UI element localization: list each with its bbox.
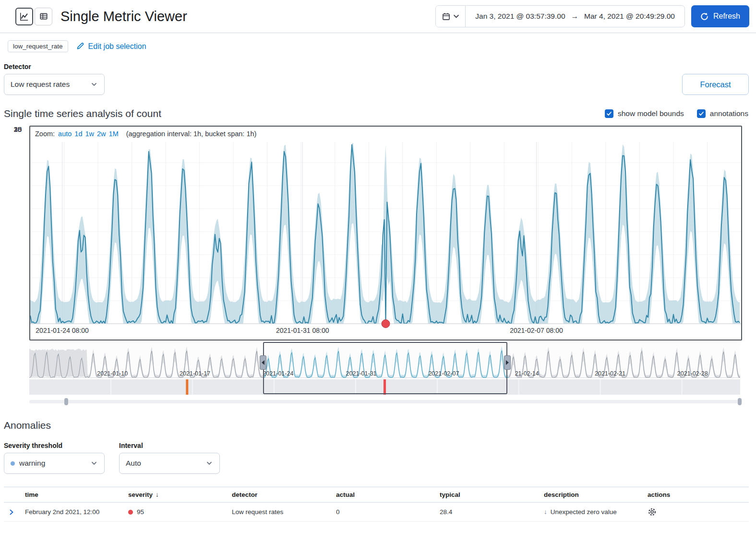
context-chart[interactable]: 2021-01-102021-01-172021-01-242021-01-31…	[29, 342, 740, 396]
checkbox-checked-icon	[605, 109, 613, 118]
zoom-label: Zoom:	[35, 130, 55, 138]
severity-threshold-label: Severity threshold	[4, 442, 105, 449]
severity-critical-dot	[128, 510, 133, 515]
anomalies-table: time severity ↓ detector actual typical …	[4, 487, 749, 522]
context-chart-area: 2021-01-102021-01-172021-01-242021-01-31…	[29, 342, 742, 396]
zoom-controls: Zoom: auto1d1w2w1M (aggregation interval…	[30, 127, 741, 139]
main-chart-panel: Zoom: auto1d1w2w1M (aggregation interval…	[29, 126, 742, 340]
svg-text:2021-02-07: 2021-02-07	[428, 370, 459, 377]
anomaly-detector: Low request rates	[228, 508, 332, 516]
arrow-down-icon: ↓	[544, 508, 547, 516]
line-chart-icon	[20, 12, 29, 21]
refresh-label: Refresh	[713, 12, 740, 21]
scrollbar-track[interactable]	[29, 400, 742, 403]
svg-text:2021-01-31: 2021-01-31	[346, 370, 377, 377]
anomaly-typical: 28.4	[436, 508, 540, 516]
chart-view-button[interactable]	[15, 8, 33, 25]
col-detector: detector	[228, 491, 332, 498]
col-actual: actual	[332, 491, 436, 498]
anomaly-severity: 95	[124, 508, 228, 516]
detector-row: Detector Low request rates Forecast	[0, 58, 756, 95]
show-model-bounds-label: show model bounds	[618, 109, 684, 118]
anomaly-table-row: February 2nd 2021, 12:00 95 Low request …	[4, 503, 749, 522]
expand-row-button[interactable]	[8, 508, 15, 516]
selection-handle-right[interactable]	[504, 355, 511, 370]
chevron-right-icon	[8, 508, 15, 516]
single-metric-viewer-page: Single Metric Viewer Jan 3, 2021 @ 03:57…	[0, 0, 756, 540]
checkbox-checked-icon	[697, 109, 706, 118]
date-arrow-icon: →	[571, 12, 579, 21]
date-range-picker: Jan 3, 2021 @ 03:57:39.00 → Mar 4, 2021 …	[435, 5, 685, 27]
annotations-label: annotations	[710, 109, 748, 118]
handle-arrow-right-icon	[506, 360, 509, 365]
sort-descending-icon: ↓	[156, 491, 159, 498]
start-date[interactable]: Jan 3, 2021 @ 03:57:39.00	[475, 12, 565, 21]
svg-text:2021-01-24 08:00: 2021-01-24 08:00	[36, 327, 89, 334]
y-axis-label: 35	[5, 126, 22, 133]
header-right: Jan 3, 2021 @ 03:57:39.00 → Mar 4, 2021 …	[435, 5, 749, 27]
anomaly-description: ↓ Unexpected zero value	[540, 508, 644, 516]
chevron-down-icon	[90, 81, 98, 88]
chevron-down-icon	[454, 14, 459, 18]
col-description: description	[540, 491, 644, 498]
job-selection-row: low_request_rate Edit job selection	[0, 33, 756, 58]
detector-select[interactable]: Low request rates	[4, 74, 105, 95]
context-scrollbar[interactable]	[29, 398, 742, 405]
anomalies-title: Anomalies	[4, 420, 749, 431]
col-actions: actions	[644, 491, 749, 498]
table-icon	[39, 12, 48, 21]
detector-selected-value: Low request rates	[11, 80, 90, 89]
selection-handle-left[interactable]	[260, 355, 266, 370]
svg-text:21-02-14: 21-02-14	[515, 370, 539, 377]
forecast-button[interactable]: Forecast	[682, 74, 749, 95]
date-range-display: Jan 3, 2021 @ 03:57:39.00 → Mar 4, 2021 …	[466, 12, 684, 21]
show-model-bounds-checkbox[interactable]: show model bounds	[605, 109, 684, 118]
pencil-icon	[76, 42, 84, 50]
aggregation-note: (aggregation interval: 1h, bucket span: …	[126, 130, 257, 138]
interval-label: Interval	[119, 442, 220, 449]
severity-warning-dot	[11, 461, 15, 466]
col-typical: typical	[436, 491, 540, 498]
row-actions-button[interactable]	[648, 507, 657, 517]
svg-text:2021-01-17: 2021-01-17	[180, 370, 210, 377]
calendar-icon	[442, 12, 450, 21]
interval-select[interactable]: Auto	[119, 453, 220, 474]
anomaly-actual: 0	[332, 508, 436, 516]
scrollbar-handle-left[interactable]	[64, 398, 68, 405]
edit-job-selection-link[interactable]: Edit job selection	[76, 42, 146, 51]
view-toggle	[15, 8, 52, 25]
time-series-chart-area: 05101520253035 Zoom: auto1d1w2w1M (aggre…	[29, 126, 742, 405]
zoom-option-1d[interactable]: 1d	[74, 130, 82, 138]
zoom-option-1w[interactable]: 1w	[85, 130, 94, 138]
zoom-option-2w[interactable]: 2w	[97, 130, 106, 138]
annotations-checkbox[interactable]: annotations	[697, 109, 748, 118]
zoom-options: auto1d1w2w1M	[58, 130, 121, 138]
severity-selected-value: warning	[19, 459, 90, 468]
zoom-option-auto[interactable]: auto	[58, 130, 72, 138]
chart-options: show model bounds annotations	[605, 109, 748, 118]
interval-field: Interval Auto	[119, 442, 220, 474]
refresh-icon	[700, 12, 708, 21]
scrollbar-handle-right[interactable]	[738, 398, 742, 405]
chevron-down-icon	[90, 459, 98, 467]
edit-job-selection-label: Edit job selection	[88, 42, 146, 51]
svg-text:2021-02-07 08:00: 2021-02-07 08:00	[510, 327, 563, 334]
svg-text:2021-02-28: 2021-02-28	[677, 370, 708, 377]
col-severity[interactable]: severity ↓	[124, 491, 228, 498]
main-time-series-chart[interactable]: 2021-01-24 08:002021-01-31 08:002021-02-…	[30, 139, 741, 340]
svg-text:2021-01-31 08:00: 2021-01-31 08:00	[276, 327, 329, 334]
svg-text:2021-01-24: 2021-01-24	[263, 370, 293, 377]
header: Single Metric Viewer Jan 3, 2021 @ 03:57…	[0, 0, 756, 33]
table-view-button[interactable]	[35, 8, 52, 25]
gear-icon	[648, 507, 657, 517]
refresh-button[interactable]: Refresh	[691, 5, 749, 27]
zoom-option-1M[interactable]: 1M	[109, 130, 119, 138]
quick-select-date-button[interactable]	[436, 6, 466, 27]
severity-threshold-select[interactable]: warning	[4, 453, 105, 474]
header-left: Single Metric Viewer	[15, 8, 187, 25]
svg-text:2021-02-21: 2021-02-21	[595, 370, 625, 377]
anomalies-section: Anomalies Severity threshold warning Int…	[0, 405, 756, 522]
end-date[interactable]: Mar 4, 2021 @ 20:49:29.00	[584, 12, 675, 21]
handle-arrow-left-icon	[262, 360, 264, 365]
severity-threshold-field: Severity threshold warning	[4, 442, 105, 474]
